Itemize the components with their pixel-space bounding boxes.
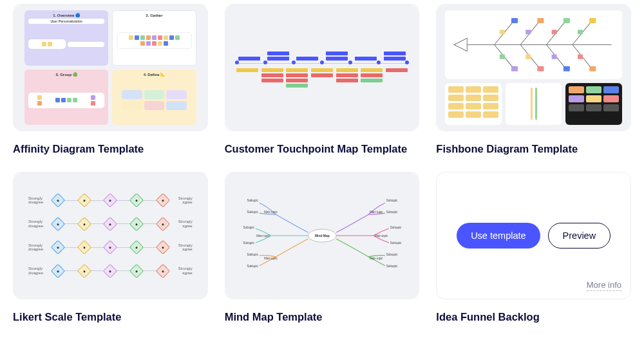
affinity-panel-4-label: 4. Define 📐 bbox=[116, 72, 192, 77]
svg-text:Subtopic: Subtopic bbox=[247, 265, 258, 268]
template-thumbnail-hover: Use template Preview More info bbox=[436, 172, 631, 299]
svg-text:Subtopic: Subtopic bbox=[390, 241, 401, 245]
preview-button[interactable]: Preview bbox=[548, 223, 611, 249]
affinity-header: User Personalization bbox=[28, 19, 104, 24]
svg-rect-10 bbox=[511, 18, 518, 23]
svg-text:Subtopic: Subtopic bbox=[386, 199, 398, 202]
svg-rect-12 bbox=[564, 18, 570, 23]
svg-text:Subtopic: Subtopic bbox=[247, 199, 258, 202]
template-thumbnail: Strongly disagreeStrongly agree Strongly… bbox=[13, 172, 208, 299]
template-card-fishbone[interactable]: Fishbone Diagram Template bbox=[436, 4, 631, 155]
template-thumbnail bbox=[225, 4, 420, 131]
svg-rect-13 bbox=[590, 18, 596, 23]
svg-text:Subtopic: Subtopic bbox=[243, 226, 254, 229]
svg-text:Main topic: Main topic bbox=[375, 234, 388, 238]
template-card-touchpoint[interactable]: Customer Touchpoint Map Template bbox=[225, 4, 420, 155]
template-card-affinity[interactable]: 1. Overview 🔵 User Personalization 2. Ga… bbox=[13, 4, 208, 155]
affinity-panel-2-label: 2. Gather bbox=[117, 14, 191, 17]
svg-rect-14 bbox=[500, 30, 505, 34]
svg-rect-24 bbox=[552, 55, 557, 59]
svg-text:Subtopic: Subtopic bbox=[247, 211, 258, 214]
svg-text:Subtopic: Subtopic bbox=[386, 211, 398, 214]
template-title: Likert Scale Template bbox=[13, 311, 208, 323]
svg-rect-17 bbox=[578, 30, 583, 34]
template-thumbnail: 1. Overview 🔵 User Personalization 2. Ga… bbox=[13, 4, 208, 131]
svg-rect-25 bbox=[578, 55, 583, 59]
affinity-panel-3-label: 3. Group 🟢 bbox=[28, 72, 104, 77]
svg-text:Main topic: Main topic bbox=[370, 211, 383, 214]
template-title: Mind Map Template bbox=[225, 311, 420, 323]
svg-rect-20 bbox=[564, 66, 570, 71]
template-thumbnail: Mind Map SubtopicSubtopic SubtopicSubto bbox=[225, 172, 420, 299]
template-card-mindmap[interactable]: Mind Map SubtopicSubtopic SubtopicSubto bbox=[225, 172, 420, 323]
svg-marker-0 bbox=[454, 38, 467, 51]
likert-right-label: Strongly agree bbox=[172, 196, 193, 205]
svg-text:Subtopic: Subtopic bbox=[243, 241, 254, 245]
template-title: Idea Funnel Backlog bbox=[436, 311, 631, 323]
svg-rect-15 bbox=[526, 30, 531, 34]
svg-rect-16 bbox=[552, 30, 557, 34]
svg-text:Mind Map: Mind Map bbox=[315, 234, 330, 238]
template-title: Fishbone Diagram Template bbox=[436, 143, 631, 155]
more-info-link[interactable]: More info bbox=[587, 280, 621, 291]
likert-left-label: Strongly disagree bbox=[28, 196, 49, 205]
svg-text:Subtopic: Subtopic bbox=[390, 226, 401, 229]
template-grid: 1. Overview 🔵 User Personalization 2. Ga… bbox=[13, 4, 631, 323]
template-title: Customer Touchpoint Map Template bbox=[225, 143, 420, 155]
use-template-button[interactable]: Use template bbox=[457, 223, 540, 249]
svg-rect-11 bbox=[538, 18, 544, 23]
svg-text:Main topic: Main topic bbox=[264, 257, 278, 260]
svg-text:Main topic: Main topic bbox=[264, 211, 278, 214]
svg-rect-18 bbox=[511, 66, 518, 71]
svg-text:Main topic: Main topic bbox=[370, 257, 383, 260]
template-thumbnail bbox=[436, 4, 631, 131]
affinity-panel-1-label: 1. Overview 🔵 bbox=[28, 13, 104, 17]
svg-rect-23 bbox=[526, 55, 531, 59]
template-card-ideafunnel[interactable]: Use template Preview More info Idea Funn… bbox=[436, 172, 631, 323]
template-card-likert[interactable]: Strongly disagreeStrongly agree Strongly… bbox=[13, 172, 208, 323]
svg-rect-19 bbox=[538, 66, 544, 71]
svg-rect-21 bbox=[590, 66, 596, 71]
template-title: Affinity Diagram Template bbox=[13, 143, 208, 155]
svg-text:Subtopic: Subtopic bbox=[386, 253, 398, 256]
svg-text:Main topic: Main topic bbox=[256, 234, 270, 238]
svg-rect-22 bbox=[500, 55, 505, 59]
svg-text:Subtopic: Subtopic bbox=[386, 265, 398, 268]
svg-text:Subtopic: Subtopic bbox=[247, 253, 258, 256]
